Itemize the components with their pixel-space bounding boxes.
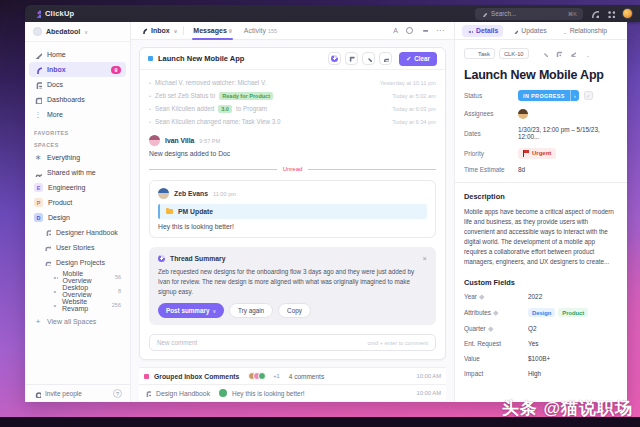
workspace-switcher[interactable]: Abedatool ∨	[25, 22, 130, 42]
apps-grid-icon[interactable]	[606, 9, 615, 18]
close-icon[interactable]: ×	[423, 254, 427, 263]
ai-swirl-icon	[158, 255, 165, 262]
global-search[interactable]: ⌘K	[475, 8, 583, 20]
priority-value[interactable]: Urgent	[518, 148, 556, 159]
record-icon[interactable]	[590, 9, 599, 18]
more-options-icon[interactable]: ⋯	[436, 26, 445, 35]
sidebar-item-product[interactable]: P Product	[25, 195, 130, 210]
tag-icon[interactable]	[555, 50, 562, 57]
sidebar-item-website-revamp[interactable]: Website Revamp 256	[25, 298, 130, 312]
tab-messages[interactable]: Messages 9	[190, 22, 234, 40]
sidebar-item-mobile-overview[interactable]: Mobile Overview 56	[25, 270, 130, 284]
list-view-icon	[52, 288, 57, 294]
tab-activity[interactable]: Activity 155	[241, 22, 280, 40]
task-type-badge[interactable]: Task	[464, 48, 495, 59]
new-comment-input[interactable]	[157, 339, 307, 346]
sidebar-item-docs[interactable]: Docs	[25, 77, 130, 92]
sidebar-item-inbox[interactable]: Inbox 9	[29, 62, 126, 77]
complete-checkbox[interactable]: ✓	[584, 91, 593, 100]
filter-icon[interactable]	[421, 27, 428, 34]
customize-icon[interactable]	[406, 27, 413, 34]
assignee-filter-icon[interactable]: A	[393, 27, 398, 34]
tab-relationship[interactable]: Relationship	[556, 25, 612, 37]
custom-field-value[interactable]: Q2	[528, 325, 537, 332]
sidebar-item-desktop-overview[interactable]: Desktop Overview 8	[25, 284, 130, 298]
search-icon	[481, 11, 487, 17]
comment-author: Ivan Villa	[165, 137, 194, 144]
search-input[interactable]	[491, 10, 557, 17]
expand-button[interactable]	[345, 52, 358, 65]
cube-icon[interactable]	[569, 50, 576, 57]
bullet-icon: •	[149, 80, 151, 86]
sidebar-item-label: Website Revamp	[62, 298, 107, 312]
help-icon[interactable]: ?	[113, 389, 122, 398]
task-id-badge[interactable]: CLK-10	[499, 48, 529, 59]
quoted-doc[interactable]: PM Update	[158, 204, 427, 219]
sidebar-item-designer-handbook[interactable]: Designer Handbook	[25, 225, 130, 240]
view-all-spaces-button[interactable]: + View all Spaces	[25, 314, 130, 329]
sidebar-item-more[interactable]: ⋮ More	[25, 107, 130, 122]
status-dropdown[interactable]: IN PROGRESS ›	[518, 90, 579, 101]
row-title: Grouped Inbox Comments	[154, 373, 239, 380]
row-time: 10:00 AM	[417, 390, 442, 396]
spaces-section-label: SPACES	[25, 138, 130, 150]
custom-field-value[interactable]: High	[528, 370, 541, 377]
comment-time: 9:57 PM	[199, 138, 220, 144]
custom-field-value[interactable]: $100B+	[528, 355, 550, 362]
tab-details[interactable]: Details	[462, 25, 503, 37]
sidebar-item-everything[interactable]: ∗ Everything	[25, 150, 130, 165]
user-avatar[interactable]	[622, 8, 633, 19]
assignee-avatar[interactable]	[518, 109, 528, 119]
space-avatar: P	[34, 198, 43, 207]
clickup-logo-icon	[32, 9, 41, 18]
inbox-row-design-handbook[interactable]: Design Handbook Hey this is looking bett…	[139, 384, 446, 401]
sidebar-item-dashboards[interactable]: Dashboards	[25, 92, 130, 107]
activity-row: • Zeb set Zeb Status to Ready for Produc…	[149, 89, 436, 102]
field-type-icon	[493, 310, 498, 315]
list-view-icon	[52, 302, 57, 308]
tab-updates[interactable]: Updates	[507, 25, 551, 37]
activity-badge: Ready for Product	[219, 92, 273, 100]
app-window: Abedatool ∨ Home Inbox 9 Docs	[25, 22, 627, 402]
clear-button[interactable]: ✓ Clear	[399, 52, 437, 66]
new-comment-box[interactable]: cmd + enter to comment	[149, 334, 436, 351]
folder-icon	[44, 244, 51, 251]
copy-button[interactable]: Copy	[278, 303, 311, 318]
sidebar-item-shared[interactable]: Shared with me	[25, 165, 130, 180]
activity-text: Sean Kilcullen changed name: Task View 3…	[155, 118, 280, 125]
inbox-dropdown[interactable]: Inbox ∨	[140, 27, 177, 34]
dates-value[interactable]: 1/30/23, 12:00 pm – 5/15/23, 12:00...	[518, 126, 618, 140]
gear-icon[interactable]	[541, 50, 548, 57]
custom-field-label: Year	[464, 293, 528, 300]
sidebar-item-home[interactable]: Home	[25, 47, 130, 62]
ai-summary-button[interactable]	[328, 52, 341, 65]
attribute-chip-design[interactable]: Design	[528, 308, 555, 317]
estimate-value[interactable]: 8d	[518, 166, 525, 173]
activity-badge: 3.0	[218, 105, 232, 113]
custom-field-value[interactable]: Yes	[528, 340, 538, 347]
inbox-label: Inbox	[151, 27, 170, 34]
description-text[interactable]: Mobile apps have become a critical aspec…	[464, 207, 618, 267]
list-view-icon	[52, 274, 58, 280]
sidebar-item-design[interactable]: D Design	[25, 210, 130, 225]
archive-button[interactable]	[379, 52, 392, 65]
link-icon[interactable]	[583, 50, 590, 57]
collapse-button[interactable]	[362, 52, 375, 65]
invite-people-button[interactable]: Invite people	[45, 390, 82, 397]
sidebar-item-design-projects[interactable]: Design Projects	[25, 255, 130, 270]
sidebar-item-label: User Stories	[56, 244, 95, 251]
description-heading: Description	[464, 192, 618, 201]
inbox-row-grouped-comments[interactable]: Grouped Inbox Comments +1 4 comments 10:…	[139, 367, 446, 384]
sidebar-item-label: Inbox	[47, 66, 66, 73]
attribute-chip-product[interactable]: Product	[558, 308, 588, 317]
sidebar-item-user-stories[interactable]: User Stories	[25, 240, 130, 255]
task-title[interactable]: Launch New Mobile App	[464, 68, 618, 82]
custom-field-value[interactable]: 2022	[528, 293, 542, 300]
item-count: 56	[115, 274, 121, 280]
post-summary-button[interactable]: Post summary ∨	[158, 303, 224, 318]
sidebar-item-engineering[interactable]: E Engineering	[25, 180, 130, 195]
clickup-brand: ClickUp	[32, 9, 74, 18]
try-again-button[interactable]: Try again	[229, 303, 273, 318]
activity-text-suffix: to Program	[236, 105, 267, 112]
avatar	[149, 135, 160, 146]
